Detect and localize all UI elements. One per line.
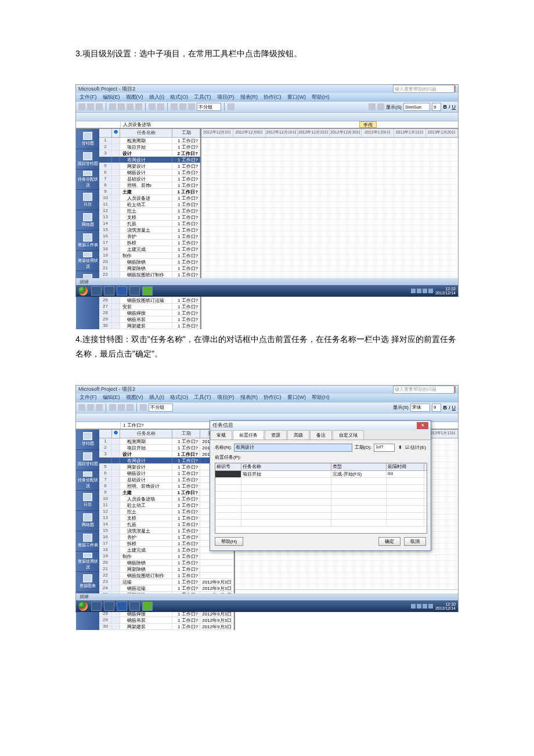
- print-icon[interactable]: [109, 103, 116, 110]
- sidebar-item[interactable]: 资源使用状况: [76, 251, 99, 271]
- table-row[interactable]: 3设计2 工作日?: [99, 150, 200, 157]
- menu-item[interactable]: 窗口(W): [287, 394, 306, 401]
- underline-icon[interactable]: U: [452, 104, 456, 110]
- outdent-icon[interactable]: [369, 103, 376, 110]
- menu-item[interactable]: 格式(O): [170, 394, 188, 401]
- taskbar-word-icon[interactable]: [117, 286, 127, 296]
- table-row[interactable]: 2项目开始1 工作日?: [99, 144, 200, 150]
- table-row[interactable]: 29钢筋吊装1 工作日?: [99, 316, 200, 323]
- paste-icon[interactable]: [135, 103, 142, 110]
- sidebar-item[interactable]: 跟踪甘特图: [76, 450, 99, 470]
- taskbar-skype-icon[interactable]: [142, 286, 153, 296]
- sidebar-item[interactable]: 网络图: [76, 511, 99, 531]
- col-name[interactable]: 任务名称: [120, 129, 172, 137]
- table-row[interactable]: 8照明、装饰i1 工作日?: [99, 182, 200, 189]
- zoom-icon[interactable]: [228, 103, 234, 110]
- start-button[interactable]: [78, 602, 88, 611]
- table-row[interactable]: 5网架设计1 工作日?: [99, 163, 200, 170]
- formula-bar[interactable]: 1 工作日?: [121, 422, 143, 429]
- link-icon[interactable]: [171, 103, 178, 110]
- menu-item[interactable]: 格式(O): [170, 93, 188, 101]
- sidebar-item[interactable]: 网络图: [76, 210, 99, 231]
- taskbar-app[interactable]: [104, 286, 114, 296]
- table-row[interactable]: 26钢筋按图纸订运输1 工作日?: [99, 297, 200, 304]
- copy-icon[interactable]: [118, 404, 125, 411]
- table-row[interactable]: 28钢筋焊接1 工作日?: [99, 310, 200, 316]
- tray-icon[interactable]: [411, 289, 416, 293]
- table-row[interactable]: 22钢筋按图纸订制作1 工作日?: [99, 573, 234, 579]
- taskbar-app[interactable]: [129, 286, 140, 296]
- predecessor-table[interactable]: 标识号 任务名称 类型 延隔时间 项目开始 完成-开始(FS) 0d: [215, 463, 427, 534]
- help-search[interactable]: 键入需要帮助的问题: [393, 85, 454, 93]
- copy-icon[interactable]: [127, 103, 134, 110]
- fontsize-select[interactable]: 9: [432, 404, 441, 412]
- table-row[interactable]: 22钢筋按图纸订制作1 工作日?: [99, 272, 200, 278]
- spinner-icon[interactable]: ⬍: [397, 445, 403, 450]
- table-row[interactable]: 21网架除锈1 工作日?: [99, 566, 234, 573]
- table-row[interactable]: 15浇筑混凝土1 工作日?: [99, 227, 200, 233]
- table-row[interactable]: 21网架除锈1 工作日?: [99, 265, 200, 272]
- table-row[interactable]: 19制作1 工作日?: [99, 553, 234, 560]
- open-icon[interactable]: [87, 404, 94, 411]
- undo-icon[interactable]: [140, 404, 147, 411]
- save-icon[interactable]: [96, 404, 103, 411]
- cancel-button[interactable]: 取消: [404, 537, 426, 546]
- menu-item[interactable]: 视图(V): [126, 93, 143, 101]
- indent-icon[interactable]: [377, 103, 384, 110]
- table-row[interactable]: 7基础设计1 工作日?: [99, 176, 200, 182]
- sidebar-item[interactable]: 资源使用状况: [76, 552, 99, 572]
- ok-button[interactable]: 确定: [378, 537, 400, 546]
- table-row[interactable]: 12挖土1 工作日?: [99, 208, 200, 214]
- table-row[interactable]: 18土建完成1 工作日?: [99, 246, 200, 253]
- menu-item[interactable]: 协作(C): [264, 93, 282, 101]
- unlink-icon[interactable]: [179, 103, 186, 110]
- table-row[interactable]: 24钢筋运输1 工作日?2012年9月3日: [99, 585, 234, 592]
- table-row[interactable]: 20钢筋除锈1 工作日?: [99, 560, 234, 566]
- bold-icon[interactable]: B: [443, 104, 447, 110]
- menu-item[interactable]: 工具(T): [194, 93, 211, 101]
- table-row[interactable]: 10人员设备进1 工作日?: [99, 195, 200, 201]
- menu-item[interactable]: 协作(C): [264, 394, 282, 401]
- group-select[interactable]: 不分组: [149, 404, 173, 412]
- table-row[interactable]: 1检测周期1 工作日?: [99, 138, 200, 144]
- sidebar-item[interactable]: 资源工作表: [76, 531, 99, 552]
- split-icon[interactable]: [188, 103, 195, 110]
- cut-icon[interactable]: [118, 103, 125, 110]
- new-icon[interactable]: [78, 404, 85, 411]
- col-duration[interactable]: 工期: [172, 430, 200, 438]
- table-row[interactable]: 13支模1 工作日?: [99, 214, 200, 221]
- dialog-tab[interactable]: 前置任务: [233, 430, 264, 440]
- menu-item[interactable]: 项目(P): [217, 93, 234, 101]
- tray-icon[interactable]: [428, 289, 433, 293]
- table-row[interactable]: 11砼土动工1 工作日?: [99, 201, 200, 208]
- taskbar-app[interactable]: [104, 602, 114, 611]
- taskbar-skype-icon[interactable]: [142, 602, 153, 611]
- table-row[interactable]: 30网架建装1 工作日?: [99, 323, 200, 329]
- menu-item[interactable]: 插入(I): [149, 93, 165, 101]
- underline-icon[interactable]: U: [452, 405, 456, 411]
- table-row[interactable]: 23运输1 工作日?2012年9月3日: [99, 579, 234, 585]
- menu-item[interactable]: 文件(F): [80, 93, 97, 101]
- tray-icon[interactable]: [417, 289, 421, 293]
- table-row[interactable]: 29钢筋吊装1 工作日?2012年9月3日: [99, 617, 234, 624]
- menu-item[interactable]: 编辑(E): [103, 394, 120, 401]
- col-info[interactable]: ❶: [112, 430, 120, 438]
- sidebar-item[interactable]: 任务分配状况: [76, 470, 99, 491]
- sidebar-item[interactable]: 日历: [76, 491, 99, 511]
- taskbar-app[interactable]: [129, 602, 140, 611]
- sidebar-item[interactable]: 任务分配状况: [76, 170, 99, 190]
- menu-item[interactable]: 工具(T): [194, 394, 211, 401]
- menu-item[interactable]: 编辑(E): [103, 93, 120, 101]
- redo-icon[interactable]: [157, 103, 164, 110]
- menu-item[interactable]: 报表(R): [240, 93, 258, 101]
- dialog-tab[interactable]: 备注: [310, 430, 332, 440]
- estimate-checkbox[interactable]: ☑ 估计(E): [405, 444, 426, 451]
- table-row[interactable]: 30网架建装1 工作日?2012年9月3日: [99, 624, 234, 630]
- menu-item[interactable]: 视图(V): [126, 394, 143, 401]
- sidebar-item[interactable]: 甘特图: [76, 129, 99, 149]
- table-row[interactable]: 16养护1 工作日?: [99, 233, 200, 240]
- new-icon[interactable]: [78, 103, 85, 110]
- table-row[interactable]: 9土建1 工作日?: [99, 189, 200, 195]
- tray-icon[interactable]: [423, 289, 427, 293]
- save-icon[interactable]: [96, 103, 103, 110]
